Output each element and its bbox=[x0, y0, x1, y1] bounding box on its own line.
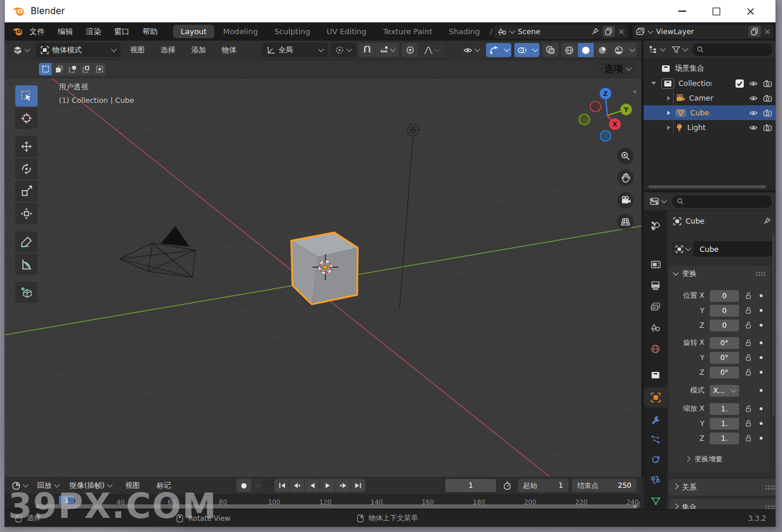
axis-neg-x-handle[interactable] bbox=[590, 101, 601, 112]
blender-menu-icon[interactable] bbox=[12, 27, 23, 36]
close-button[interactable] bbox=[733, 0, 767, 22]
lock-icon[interactable] bbox=[745, 420, 752, 427]
tab-view-layer[interactable] bbox=[644, 297, 667, 317]
axis-neg-y-handle[interactable] bbox=[579, 114, 590, 125]
scale-x-field[interactable]: 1. bbox=[710, 403, 739, 415]
mode-dropdown[interactable]: 物体模式 bbox=[36, 43, 121, 57]
light-expand-arrow[interactable] bbox=[667, 125, 670, 130]
tab-scene[interactable] bbox=[644, 318, 667, 338]
hide-eye-icon[interactable] bbox=[749, 110, 758, 116]
prev-keyframe-button[interactable] bbox=[289, 479, 304, 492]
sidebar-collapse-arrow[interactable]: ‹ bbox=[633, 87, 637, 96]
proportional-edit-toggle[interactable] bbox=[402, 43, 418, 57]
scene-selector[interactable]: Scene bbox=[494, 25, 628, 39]
pan-button[interactable] bbox=[617, 169, 634, 186]
panel-grip-icon[interactable] bbox=[756, 271, 766, 276]
hide-eye-icon[interactable] bbox=[749, 81, 758, 87]
scale-z-field[interactable]: 1. bbox=[710, 433, 739, 444]
snap-target-dropdown[interactable] bbox=[375, 43, 399, 57]
panel-grip-icon[interactable] bbox=[765, 505, 775, 509]
menu-render[interactable]: 渲染 bbox=[79, 26, 108, 37]
animate-dot[interactable] bbox=[760, 341, 763, 344]
lock-icon[interactable] bbox=[745, 321, 752, 329]
object-id-dropdown[interactable] bbox=[672, 241, 694, 257]
maximize-button[interactable] bbox=[699, 0, 733, 22]
outliner-row-cube-selected[interactable]: Cube bbox=[644, 105, 776, 120]
tool-annotate[interactable] bbox=[15, 231, 38, 252]
animate-dot[interactable] bbox=[760, 356, 763, 359]
location-x-field[interactable]: 0 bbox=[710, 290, 739, 302]
orthographic-toggle-button[interactable] bbox=[617, 214, 634, 230]
workspace-tab-modeling[interactable]: Modeling bbox=[215, 25, 265, 38]
use-preview-range-toggle[interactable] bbox=[500, 479, 514, 492]
show-overlays-toggle[interactable] bbox=[514, 43, 530, 57]
outliner-row-camera[interactable]: Camera bbox=[644, 91, 776, 105]
menu-file[interactable]: 文件 bbox=[23, 26, 51, 37]
auto-keyframe-toggle[interactable] bbox=[237, 479, 251, 492]
outliner-search-input[interactable] bbox=[692, 44, 773, 56]
proportional-falloff-dropdown[interactable] bbox=[418, 43, 444, 57]
lock-icon[interactable] bbox=[745, 368, 752, 376]
gizmo-dropdown[interactable] bbox=[502, 43, 511, 57]
hide-eye-icon[interactable] bbox=[749, 95, 758, 101]
delta-transform-subpanel[interactable]: 变换增量 bbox=[669, 452, 770, 467]
tool-move[interactable] bbox=[15, 136, 38, 157]
viewport-canvas[interactable]: 用户透视 (1) Collection | Cube bbox=[5, 78, 641, 477]
xray-toggle[interactable] bbox=[543, 43, 558, 57]
play-button[interactable] bbox=[320, 479, 335, 492]
shading-rendered-button[interactable] bbox=[611, 43, 627, 57]
lock-icon[interactable] bbox=[745, 292, 752, 300]
workspace-tab-sculpting[interactable]: Sculpting bbox=[267, 25, 318, 38]
viewport-menu-add[interactable]: 添加 bbox=[185, 45, 212, 55]
editor-type-button[interactable] bbox=[9, 43, 33, 57]
lock-icon[interactable] bbox=[745, 405, 752, 413]
outliner-hscrollbar[interactable] bbox=[648, 185, 766, 188]
tool-transform[interactable] bbox=[15, 203, 38, 224]
tool-add-cube[interactable] bbox=[15, 282, 38, 303]
outliner-row-scene-collection[interactable]: 场景集合 bbox=[644, 61, 776, 76]
frame-end-field[interactable]: 结束点 250 bbox=[572, 479, 637, 492]
lock-icon[interactable] bbox=[745, 307, 752, 314]
menu-window[interactable]: 窗口 bbox=[108, 26, 136, 37]
rotation-z-field[interactable]: 0° bbox=[710, 367, 739, 378]
relations-panel[interactable]: 关系 bbox=[669, 479, 776, 496]
outliner-display-mode[interactable] bbox=[647, 42, 667, 56]
shading-wireframe-button[interactable] bbox=[561, 43, 577, 57]
animate-dot[interactable] bbox=[760, 371, 763, 374]
camera-object[interactable] bbox=[119, 226, 195, 277]
jump-to-start-button[interactable] bbox=[274, 479, 289, 492]
animate-dot[interactable] bbox=[760, 309, 763, 312]
animate-dot[interactable] bbox=[760, 294, 763, 297]
snap-toggle[interactable] bbox=[359, 43, 375, 57]
camera-expand-arrow[interactable] bbox=[667, 96, 670, 101]
rotation-y-field[interactable]: 0° bbox=[710, 352, 739, 364]
transform-panel-header[interactable]: 变换 bbox=[669, 266, 770, 281]
select-mode-intersect[interactable] bbox=[93, 63, 106, 75]
scale-y-field[interactable]: 1. bbox=[710, 418, 739, 430]
render-visibility-icon[interactable] bbox=[763, 95, 772, 102]
properties-editor-type[interactable] bbox=[647, 194, 668, 208]
rotation-mode-dropdown[interactable]: X... bbox=[710, 385, 739, 397]
transform-orientation-dropdown[interactable]: 全局 bbox=[262, 43, 328, 57]
visibility-dropdown[interactable] bbox=[460, 43, 483, 57]
tab-output[interactable] bbox=[644, 275, 667, 295]
workspace-tab-overflow[interactable]: / bbox=[490, 27, 493, 36]
object-name-field[interactable]: Cube bbox=[694, 241, 772, 257]
workspace-tab-layout[interactable]: Layout bbox=[173, 25, 214, 38]
location-y-field[interactable]: 0 bbox=[710, 305, 739, 317]
render-visibility-icon[interactable] bbox=[763, 124, 772, 131]
tab-render[interactable] bbox=[644, 254, 667, 274]
viewport-menu-select[interactable]: 选择 bbox=[154, 45, 182, 55]
axis-neg-z-handle[interactable] bbox=[600, 131, 611, 141]
viewlayer-remove-icon[interactable] bbox=[764, 29, 770, 35]
tool-measure[interactable] bbox=[15, 254, 38, 275]
viewlayer-new-button[interactable] bbox=[748, 26, 761, 37]
zoom-button[interactable] bbox=[617, 148, 634, 164]
viewlayer-selector[interactable]: ViewLayer bbox=[633, 25, 774, 39]
play-reverse-button[interactable] bbox=[305, 479, 320, 492]
animate-dot[interactable] bbox=[760, 407, 763, 410]
next-keyframe-button[interactable] bbox=[335, 479, 350, 492]
pivot-point-dropdown[interactable] bbox=[331, 43, 356, 57]
frame-start-field[interactable]: 起始 1 bbox=[518, 479, 568, 492]
tab-collection[interactable] bbox=[644, 365, 667, 385]
